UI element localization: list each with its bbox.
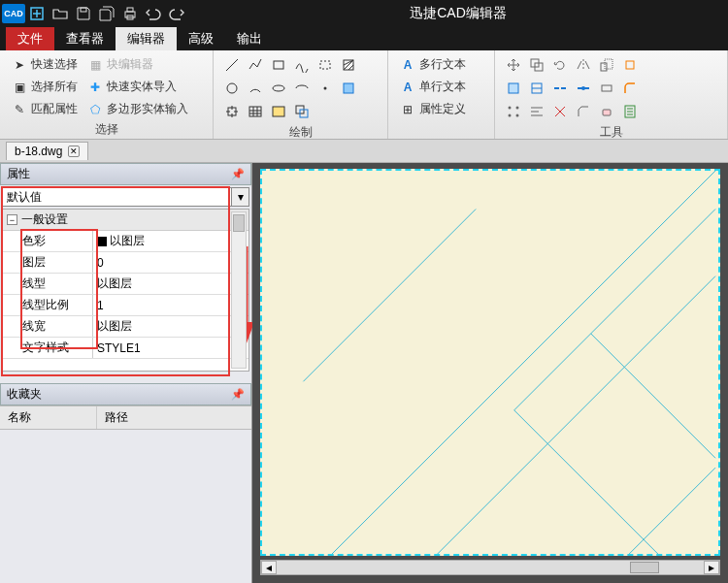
hscroll-thumb[interactable] [630, 562, 659, 573]
group-text-label [396, 135, 486, 139]
save-button[interactable] [72, 2, 95, 25]
trim-tool[interactable] [503, 78, 524, 99]
brush-icon: ✎ [12, 102, 27, 117]
open-file-button[interactable] [49, 2, 72, 25]
arc-tool[interactable] [245, 78, 266, 99]
menu-tabs: 文件 查看器 编辑器 高级 输出 [0, 27, 728, 50]
move-tool[interactable] [503, 54, 524, 76]
tab-output[interactable]: 输出 [225, 27, 274, 50]
redo-button[interactable] [165, 2, 188, 25]
ellipse-arc-tool[interactable] [291, 78, 313, 99]
group-draw-label: 绘制 [221, 122, 380, 143]
svg-rect-20 [605, 59, 612, 69]
scroll-right-icon[interactable]: ▸ [704, 561, 719, 574]
scroll-thumb[interactable] [233, 214, 245, 232]
collapse-icon[interactable]: − [7, 214, 17, 225]
hatch-tool[interactable] [338, 54, 359, 76]
section-general[interactable]: − 一般设置 [3, 210, 248, 231]
mtext-button[interactable]: A多行文本 [396, 54, 486, 75]
close-tab-icon[interactable]: ✕ [68, 146, 80, 157]
polyline-tool[interactable] [245, 54, 266, 76]
ellipse-tool[interactable] [268, 78, 289, 99]
table-tool[interactable] [245, 101, 266, 122]
text-button[interactable]: A单行文本 [396, 77, 486, 97]
explode-tool[interactable] [549, 101, 571, 122]
group-tools-label: 工具 [503, 122, 719, 143]
block-editor-button[interactable]: ▦块编辑器 [83, 54, 157, 75]
poly-entity-input-button[interactable]: ⬠多边形实体输入 [83, 99, 192, 119]
drawing-content [262, 171, 718, 554]
attr-icon: ⊞ [400, 102, 415, 117]
pin-icon[interactable]: 📌 [231, 388, 245, 401]
xref-tool[interactable] [291, 101, 313, 122]
svg-rect-5 [274, 61, 283, 69]
properties-tool[interactable] [619, 101, 641, 122]
default-value-dropdown[interactable]: ▾ [2, 187, 249, 207]
pin-icon[interactable]: 📌 [231, 168, 245, 180]
horizontal-scrollbar[interactable]: ◂ ▸ [260, 560, 720, 575]
point-tool[interactable] [314, 78, 336, 99]
tab-advanced[interactable]: 高级 [177, 27, 225, 50]
region-tool[interactable] [338, 78, 359, 99]
svg-point-24 [581, 86, 585, 90]
color-swatch-icon [97, 237, 107, 246]
attrdef-button[interactable]: ⊞属性定义 [396, 99, 486, 119]
rect-tool[interactable] [268, 54, 289, 76]
prop-linetype[interactable]: 线型以图层 [3, 274, 248, 295]
prop-textstyle[interactable]: 文字样式STYLE1 [3, 338, 248, 359]
spline-tool[interactable] [291, 54, 313, 76]
undo-button[interactable] [142, 2, 165, 25]
drawing-canvas[interactable] [260, 169, 720, 556]
scroll-left-icon[interactable]: ◂ [261, 561, 277, 574]
prop-layer[interactable]: 图层0 [3, 252, 248, 274]
save-all-button[interactable] [95, 2, 118, 25]
dropdown-arrow-icon[interactable]: ▾ [232, 187, 249, 207]
col-name[interactable]: 名称 [0, 406, 97, 429]
svg-rect-6 [320, 61, 330, 69]
new-file-button[interactable] [25, 2, 49, 25]
break-tool[interactable] [549, 78, 571, 99]
scale-tool[interactable] [596, 54, 617, 76]
svg-rect-22 [509, 83, 518, 93]
prop-ltscale[interactable]: 线型比例1 [3, 295, 248, 316]
line-tool[interactable] [221, 54, 243, 76]
print-button[interactable] [118, 2, 142, 25]
file-tab[interactable]: b-18.dwg ✕ [6, 142, 88, 160]
image-tool[interactable] [268, 101, 289, 122]
quick-select-button[interactable]: ➤快速选择 [8, 54, 82, 75]
cursor-icon: ➤ [12, 57, 27, 73]
array-tool[interactable] [503, 101, 524, 122]
revcloud-tool[interactable] [314, 54, 336, 76]
propgrid-scrollbar[interactable] [231, 211, 247, 369]
fillet-tool[interactable] [619, 78, 641, 99]
tab-viewer[interactable]: 查看器 [54, 27, 116, 50]
svg-rect-13 [249, 107, 261, 116]
join-tool[interactable] [573, 78, 594, 99]
col-path[interactable]: 路径 [97, 406, 136, 429]
tab-file[interactable]: 文件 [6, 27, 54, 50]
select-all-button[interactable]: ▣选择所有 [8, 77, 82, 97]
match-props-button[interactable]: ✎匹配属性 [8, 99, 82, 119]
copy-tool[interactable] [526, 54, 547, 76]
default-value-input[interactable] [2, 187, 232, 207]
favorites-header: 名称 路径 [0, 405, 251, 430]
align-tool[interactable] [526, 101, 547, 122]
text-icon: A [400, 80, 415, 95]
extend-tool[interactable] [526, 78, 547, 99]
quick-entity-import-button[interactable]: ✚快速实体导入 [83, 77, 181, 97]
circle-tool[interactable] [221, 78, 243, 99]
svg-point-26 [509, 107, 512, 110]
chamfer-tool[interactable] [573, 101, 594, 122]
offset-tool[interactable] [596, 78, 617, 99]
insert-block-tool[interactable] [221, 101, 243, 122]
mirror-tool[interactable] [573, 54, 594, 76]
property-grid: − 一般设置 色彩以图层 图层0 线型以图层 线型比例1 线宽以图层 文字样式S… [2, 209, 249, 372]
erase-tool[interactable] [596, 101, 617, 122]
rotate-tool[interactable] [549, 54, 571, 76]
prop-color[interactable]: 色彩以图层 [3, 231, 248, 252]
prop-lineweight[interactable]: 线宽以图层 [3, 316, 248, 338]
svg-rect-14 [273, 107, 284, 116]
tab-editor[interactable]: 编辑器 [116, 27, 177, 50]
stretch-tool[interactable] [619, 54, 641, 76]
left-panel: 属性 📌 ▾ − 一般设置 色彩以图层 图层0 线型以图层 线型比例1 线宽以图… [0, 163, 252, 583]
